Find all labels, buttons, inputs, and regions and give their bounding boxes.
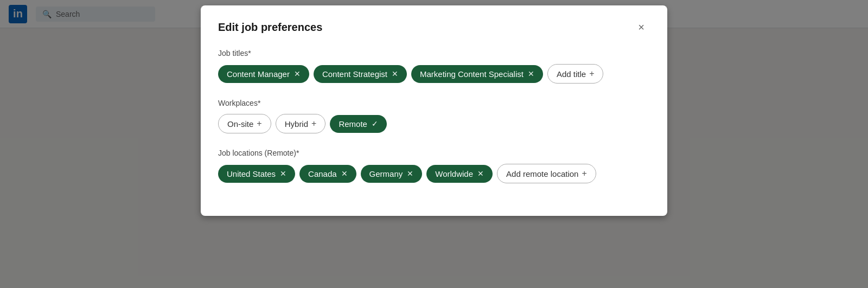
add-remote-location-plus-icon: + [582,169,586,178]
onsite-plus-icon: + [257,119,261,129]
tag-content-strategist-text: Content Strategist [322,69,387,79]
remote-checkmark-icon: ✓ [372,119,378,128]
tag-marketing-content-specialist: Marketing Content Specialist ✕ [411,65,543,83]
workplaces-label: Workplaces* [218,99,650,107]
tag-canada: Canada ✕ [299,165,356,183]
modal-overlay[interactable]: Edit job preferences × Job titles* Conte… [0,0,868,288]
job-locations-section: Job locations (Remote)* United States ✕ … [218,149,650,183]
remove-germany-icon[interactable]: ✕ [407,169,413,178]
add-title-plus-icon: + [589,69,594,79]
tag-germany: Germany ✕ [361,165,423,183]
tag-content-strategist: Content Strategist ✕ [314,65,407,83]
remote-label: Remote [339,119,367,129]
edit-job-preferences-modal: Edit job preferences × Job titles* Conte… [201,5,667,216]
tag-worldwide-text: Worldwide [435,169,473,178]
job-locations-tags-row: United States ✕ Canada ✕ Germany ✕ World… [218,164,650,183]
workplaces-tags-row: On-site + Hybrid + Remote ✓ [218,114,650,133]
remove-united-states-icon[interactable]: ✕ [280,169,286,178]
remove-marketing-content-specialist-icon[interactable]: ✕ [528,69,534,78]
add-remote-location-button[interactable]: Add remote location + [497,164,596,183]
job-titles-tags-row: Content Manager ✕ Content Strategist ✕ M… [218,64,650,84]
add-remote-location-label: Add remote location [506,169,578,178]
job-locations-label: Job locations (Remote)* [218,149,650,157]
modal-title: Edit job preferences [218,21,322,34]
tag-content-manager: Content Manager ✕ [218,65,309,83]
tag-marketing-content-specialist-text: Marketing Content Specialist [420,69,524,79]
add-title-button[interactable]: Add title + [547,64,604,84]
remove-worldwide-icon[interactable]: ✕ [477,169,484,178]
tag-germany-text: Germany [369,169,403,178]
tag-canada-text: Canada [308,169,337,178]
tag-united-states-text: United States [227,169,276,178]
tag-content-manager-text: Content Manager [227,69,290,79]
tag-united-states: United States ✕ [218,165,295,183]
tag-worldwide: Worldwide ✕ [426,165,493,183]
modal-header: Edit job preferences × [218,18,650,36]
add-title-label: Add title [557,69,586,79]
job-titles-label: Job titles* [218,49,650,57]
hybrid-plus-icon: + [311,119,316,129]
remove-content-manager-icon[interactable]: ✕ [294,69,301,78]
workplaces-section: Workplaces* On-site + Hybrid + Remote ✓ [218,99,650,133]
onsite-label: On-site [227,119,253,129]
onsite-button[interactable]: On-site + [218,114,271,133]
job-titles-section: Job titles* Content Manager ✕ Content St… [218,49,650,84]
hybrid-label: Hybrid [285,119,308,129]
remove-canada-icon[interactable]: ✕ [341,169,348,178]
hybrid-button[interactable]: Hybrid + [276,114,326,133]
remove-content-strategist-icon[interactable]: ✕ [392,69,398,78]
remote-tag[interactable]: Remote ✓ [330,115,387,133]
close-button[interactable]: × [633,18,650,36]
